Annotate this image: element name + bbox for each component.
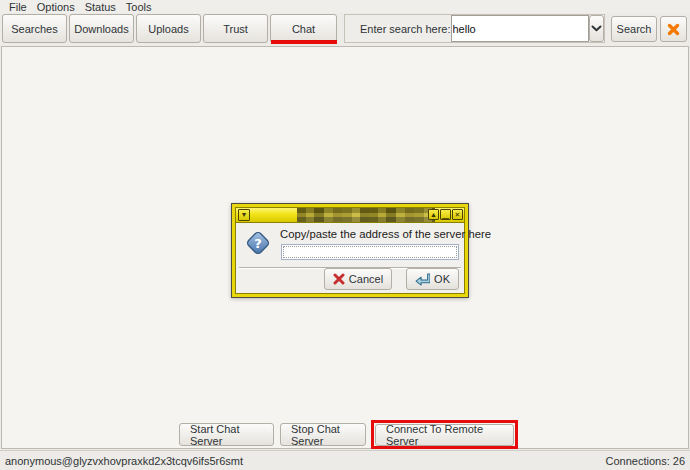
toolbar: Searches Downloads Uploads Trust Chat En… (0, 13, 690, 46)
ok-button[interactable]: OK (406, 268, 459, 290)
ok-enter-arrow-icon (415, 273, 430, 286)
search-input[interactable] (451, 15, 589, 42)
tab-searches[interactable]: Searches (2, 14, 67, 43)
close-window-icon[interactable]: ✕ (452, 209, 463, 220)
server-address-input[interactable] (281, 244, 459, 260)
stop-chat-server-button[interactable]: Stop Chat Server (280, 423, 366, 446)
tab-chat[interactable]: Chat (270, 14, 337, 43)
status-bar: anonymous@glyzvxhovpraxkd2x3tcqv6ifs5r6s… (0, 450, 690, 470)
search-dropdown-button[interactable] (589, 15, 605, 42)
shade-window-icon[interactable]: ▲ (428, 209, 439, 220)
question-dialog-icon: ? (242, 227, 274, 259)
cancel-x-icon (333, 273, 345, 285)
window-menu-icon[interactable]: ▾ (238, 209, 250, 221)
dialog-titlebar[interactable]: ▾ ▲ — ✕ (236, 208, 464, 223)
search-panel: Enter search here: (344, 14, 605, 43)
menu-item-file[interactable]: File (4, 1, 32, 13)
search-button[interactable]: Search (611, 16, 657, 42)
tab-trust[interactable]: Trust (203, 14, 268, 43)
dialog-message: Copy/paste the address of the server her… (280, 228, 462, 240)
menu-item-tools[interactable]: Tools (121, 1, 157, 13)
annotation-connect-button-box (371, 420, 518, 449)
search-label: Enter search here: (345, 15, 451, 42)
svg-text:?: ? (254, 236, 262, 251)
tab-uploads[interactable]: Uploads (136, 14, 201, 43)
cancel-button[interactable]: Cancel (324, 268, 392, 290)
start-chat-server-button[interactable]: Start Chat Server (179, 423, 274, 446)
close-x-icon (667, 23, 680, 36)
connections-count: Connections: 26 (606, 455, 686, 467)
app-window: File Options Status Tools Searches Downl… (0, 0, 690, 470)
chevron-down-icon (591, 25, 602, 32)
minimize-window-icon[interactable]: — (440, 209, 451, 220)
dialog-title-redacted (297, 208, 435, 222)
connect-server-dialog: ▾ ▲ — ✕ ? Copy/ (231, 203, 469, 298)
annotation-chat-underline (271, 40, 337, 44)
menu-bar: File Options Status Tools (0, 0, 690, 13)
search-close-button[interactable] (660, 16, 687, 42)
menu-item-options[interactable]: Options (32, 1, 80, 13)
menu-item-status[interactable]: Status (80, 1, 121, 13)
identity-status-text: anonymous@glyzvxhovpraxkd2x3tcqv6ifs5r6s… (5, 455, 243, 467)
tab-downloads[interactable]: Downloads (69, 14, 134, 43)
